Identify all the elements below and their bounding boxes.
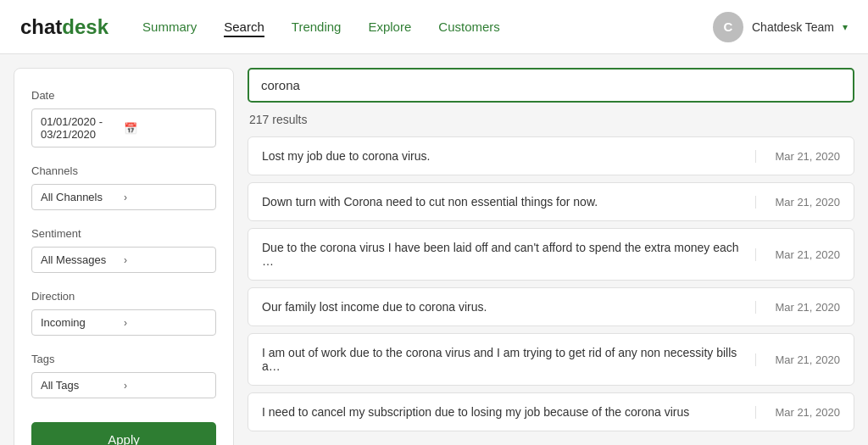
header: chatdesk SummarySearchTrendingExploreCus…: [0, 0, 868, 54]
logo-desk: desk: [62, 15, 108, 39]
team-name: Chatdesk Team: [752, 20, 834, 34]
table-row[interactable]: I am out of work due to the corona virus…: [248, 333, 854, 386]
direction-value: Incoming: [41, 316, 124, 329]
nav-item-summary[interactable]: Summary: [142, 16, 197, 37]
sentiment-filter-group: Sentiment All Messages ›: [31, 227, 216, 273]
channels-filter-group: Channels All Channels ›: [31, 164, 216, 210]
nav-item-search[interactable]: Search: [224, 16, 264, 37]
result-date: Mar 21, 2020: [755, 196, 840, 209]
table-row[interactable]: Our family lost income due to corona vir…: [248, 287, 854, 326]
chevron-right-icon: ›: [124, 192, 207, 203]
content-area: 217 results Lost my job due to corona vi…: [234, 54, 868, 445]
result-text: Down turn with Corona need to cut non es…: [262, 195, 742, 209]
result-date: Mar 21, 2020: [755, 406, 840, 419]
apply-button[interactable]: Apply: [31, 422, 216, 445]
logo: chatdesk: [20, 15, 108, 39]
result-text: I need to cancel my subscription due to …: [262, 405, 742, 419]
date-label: Date: [31, 89, 216, 102]
nav-item-customers[interactable]: Customers: [438, 16, 500, 37]
result-date: Mar 21, 2020: [755, 248, 840, 261]
channels-select[interactable]: All Channels ›: [31, 184, 216, 210]
header-right: C Chatdesk Team ▾: [713, 12, 848, 42]
avatar: C: [713, 12, 743, 42]
tags-label: Tags: [31, 353, 216, 365]
results-count: 217 results: [248, 113, 854, 126]
search-input[interactable]: [248, 68, 854, 103]
table-row[interactable]: Down turn with Corona need to cut non es…: [248, 182, 854, 221]
chevron-down-icon[interactable]: ▾: [843, 21, 848, 33]
results-list: Lost my job due to corona virus.Mar 21, …: [248, 136, 854, 431]
main-nav: SummarySearchTrendingExploreCustomers: [142, 16, 713, 37]
result-date: Mar 21, 2020: [755, 353, 840, 366]
direction-select[interactable]: Incoming ›: [31, 309, 216, 336]
nav-item-trending[interactable]: Trending: [292, 16, 342, 37]
main-layout: Date 01/01/2020 - 03/21/2020 📅 Channels …: [0, 54, 868, 445]
result-text: I am out of work due to the corona virus…: [262, 346, 742, 373]
direction-label: Direction: [31, 290, 216, 303]
result-date: Mar 21, 2020: [755, 301, 840, 314]
table-row[interactable]: Due to the corona virus I have been laid…: [248, 228, 854, 281]
channels-value: All Channels: [41, 191, 124, 203]
result-text: Lost my job due to corona virus.: [262, 149, 742, 163]
sidebar: Date 01/01/2020 - 03/21/2020 📅 Channels …: [14, 68, 234, 445]
tags-select[interactable]: All Tags ›: [31, 372, 216, 398]
date-value: 01/01/2020 - 03/21/2020: [41, 115, 124, 141]
sentiment-value: All Messages: [41, 253, 124, 266]
result-date: Mar 21, 2020: [755, 150, 840, 163]
nav-item-explore[interactable]: Explore: [368, 16, 411, 37]
sentiment-select[interactable]: All Messages ›: [31, 247, 216, 273]
date-input[interactable]: 01/01/2020 - 03/21/2020 📅: [31, 108, 216, 147]
result-text: Due to the corona virus I have been laid…: [262, 241, 742, 268]
tags-filter-group: Tags All Tags ›: [31, 353, 216, 398]
chevron-right-icon: ›: [124, 317, 207, 329]
direction-filter-group: Direction Incoming ›: [31, 290, 216, 336]
chevron-right-icon: ›: [124, 254, 207, 266]
date-filter-group: Date 01/01/2020 - 03/21/2020 📅: [31, 89, 216, 147]
result-text: Our family lost income due to corona vir…: [262, 300, 742, 314]
calendar-icon: 📅: [124, 122, 207, 135]
sentiment-label: Sentiment: [31, 227, 216, 240]
tags-value: All Tags: [41, 379, 124, 392]
logo-chat: chat: [20, 15, 62, 39]
table-row[interactable]: Lost my job due to corona virus.Mar 21, …: [248, 136, 854, 175]
table-row[interactable]: I need to cancel my subscription due to …: [248, 392, 854, 431]
channels-label: Channels: [31, 164, 216, 177]
chevron-right-icon: ›: [124, 380, 207, 392]
